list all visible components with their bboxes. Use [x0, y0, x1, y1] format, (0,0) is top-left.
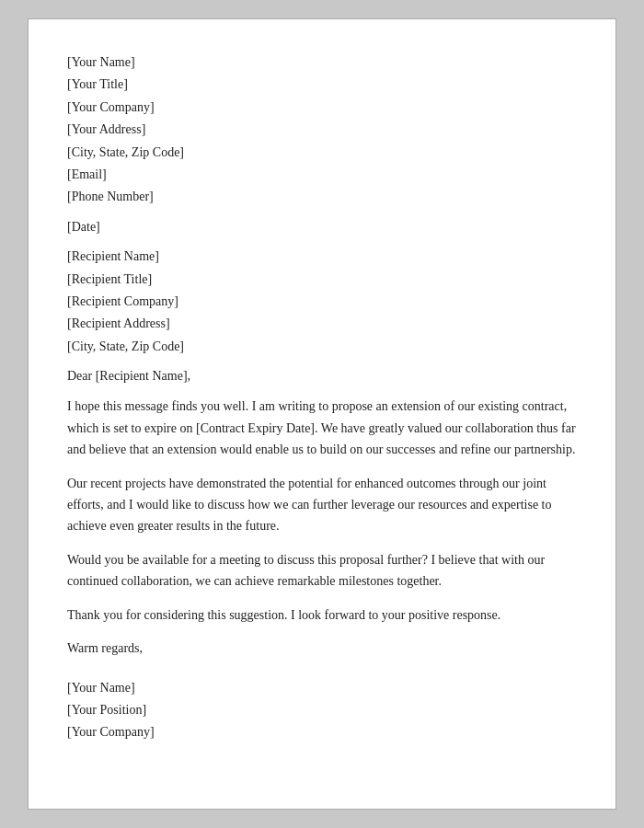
recipient-address: [Recipient Address] — [67, 314, 577, 334]
closing: Warm regards, — [67, 638, 577, 659]
sender-address: [Your Address] — [67, 120, 577, 140]
body-paragraph-4: Thank you for considering this suggestio… — [67, 604, 577, 626]
recipient-company: [Recipient Company] — [67, 292, 577, 312]
salutation: Dear [Recipient Name], — [67, 366, 577, 386]
body-paragraph-2: Our recent projects have demonstrated th… — [67, 473, 577, 536]
signature-name: [Your Name] — [67, 678, 577, 698]
sender-city: [City, State, Zip Code] — [67, 143, 577, 163]
recipient-title: [Recipient Title] — [67, 270, 577, 290]
signature-position: [Your Position] — [67, 700, 577, 720]
signature-company: [Your Company] — [67, 722, 577, 742]
body-paragraph-1: I hope this message finds you well. I am… — [67, 396, 577, 459]
sender-phone: [Phone Number] — [67, 187, 577, 207]
sender-email: [Email] — [67, 165, 577, 185]
sender-company: [Your Company] — [67, 98, 577, 118]
recipient-city: [City, State, Zip Code] — [67, 337, 577, 357]
letter-document: [Your Name] [Your Title] [Your Company] … — [28, 18, 616, 810]
letter-date: [Date] — [67, 217, 577, 237]
recipient-name: [Recipient Name] — [67, 247, 577, 267]
sender-name: [Your Name] — [67, 52, 577, 73]
body-paragraph-3: Would you be available for a meeting to … — [67, 549, 577, 592]
sender-title: [Your Title] — [67, 75, 577, 95]
